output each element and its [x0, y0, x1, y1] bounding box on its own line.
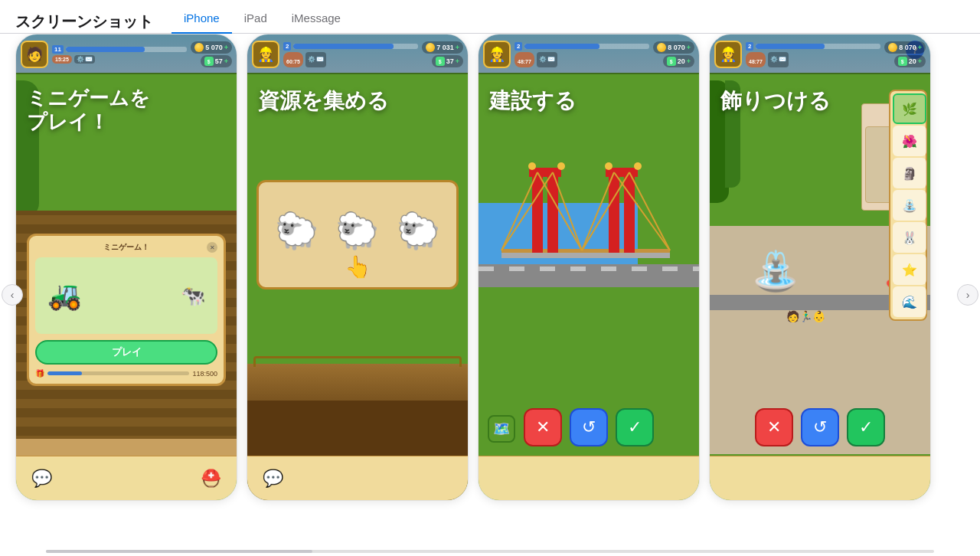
cash-1: 57: [215, 57, 223, 65]
people-icons: 🧑🏃‍♂️👶: [786, 310, 825, 322]
scene-2: 💬 👷 2 60:75 ⚙️✉️: [247, 34, 468, 500]
left-chevron-icon: ‹: [11, 289, 15, 301]
cancel-button-3[interactable]: ✕: [524, 408, 562, 446]
decor-item-4[interactable]: ⛲: [893, 190, 926, 221]
cow-icon: 🐄: [181, 284, 205, 308]
svg-rect-2: [547, 172, 558, 257]
decor-item-2[interactable]: 🌺: [893, 126, 926, 156]
scene-4: ? 👷 2 48:77 ⚙️✉️: [710, 34, 930, 500]
refresh-button-3[interactable]: ↺: [570, 408, 608, 446]
screenshot-2: 💬 👷 2 60:75 ⚙️✉️: [247, 34, 469, 501]
decor-panel: 🌿 🌺 🗿 ⛲ 🐰 ⭐ 🌊: [889, 90, 927, 321]
avatar-2: 👷: [252, 41, 279, 68]
tab-iphone[interactable]: iPhone: [172, 11, 232, 34]
svg-line-18: [629, 172, 670, 250]
svg-line-13: [501, 172, 553, 250]
cancel-button-4[interactable]: ✕: [755, 408, 793, 446]
svg-rect-1: [532, 172, 543, 257]
decor-item-6[interactable]: ⭐: [893, 254, 926, 285]
screenshots-header: スクリーンショット iPhone iPad iMessage: [0, 0, 980, 33]
coins-1: 5 070: [205, 44, 223, 51]
decor-item-7[interactable]: 🌊: [893, 286, 926, 317]
level-1: 11: [52, 45, 64, 54]
svg-rect-3: [609, 172, 619, 257]
scrollbar-thumb[interactable]: [46, 550, 312, 553]
sheep-icon-2: 🐑: [335, 213, 379, 248]
avatar-1: 🧑: [21, 41, 48, 68]
platform-tabs: iPhone iPad iMessage: [172, 11, 353, 33]
scroll-right-arrow[interactable]: ›: [957, 284, 978, 306]
svg-line-12: [537, 172, 582, 250]
screenshots-wrapper: ‹ › 💬: [0, 34, 980, 556]
svg-point-8: [557, 162, 565, 170]
screenshot-3: 👷 2 48:77 ⚙️✉️: [478, 34, 700, 501]
sheep-icon-3: 🐑: [397, 213, 440, 248]
title-1: ミニゲームをプレイ！: [27, 87, 150, 134]
scrollbar-track: [46, 550, 934, 553]
title-2: 資源を集める: [258, 87, 389, 116]
svg-point-10: [634, 162, 642, 170]
tab-ipad[interactable]: iPad: [232, 11, 279, 34]
level-3: 2: [514, 42, 522, 51]
avatar-4: 👷: [714, 41, 742, 68]
svg-point-9: [605, 162, 612, 170]
hand-pointer-icon: 👆: [266, 254, 449, 280]
confirm-button-3[interactable]: ✓: [616, 408, 654, 446]
sheep-icon-1: 🐑: [275, 213, 318, 248]
screenshot-1: 💬 ⛑️ 🧑 11 15:25 ⚙️✉️: [15, 34, 237, 501]
map-icon[interactable]: 🗺️: [488, 415, 515, 443]
decor-item-3[interactable]: 🗿: [893, 158, 926, 188]
level-2: 2: [283, 42, 291, 51]
decor-item-5[interactable]: 🐰: [893, 222, 926, 253]
progress-label: 118:500: [192, 370, 217, 378]
scroll-left-arrow[interactable]: ‹: [2, 284, 23, 306]
scene-3: 👷 2 48:77 ⚙️✉️: [479, 34, 699, 500]
svg-rect-19: [501, 253, 670, 258]
title-3: 建設する: [489, 87, 577, 116]
svg-point-7: [528, 162, 536, 170]
chat-icon-1[interactable]: 💬: [31, 469, 52, 489]
level-4: 2: [746, 42, 753, 51]
decor-item-1[interactable]: 🌿: [893, 93, 926, 124]
refresh-button-4[interactable]: ↺: [801, 408, 839, 446]
avatar-3: 👷: [483, 41, 511, 68]
svg-line-11: [501, 172, 537, 250]
section-title: スクリーンショット: [15, 11, 153, 32]
close-minigame-icon[interactable]: ✕: [207, 242, 217, 253]
svg-line-17: [582, 172, 629, 250]
screenshot-4: ? 👷 2 48:77 ⚙️✉️: [709, 34, 931, 501]
tractor-icon: 🚜: [47, 280, 82, 312]
chat-icon-2[interactable]: 💬: [263, 469, 283, 489]
scene-1: 💬 ⛑️ 🧑 11 15:25 ⚙️✉️: [16, 34, 237, 500]
right-chevron-icon: ›: [966, 289, 970, 301]
fountain-icon: ⛲: [752, 249, 799, 293]
svg-rect-4: [624, 172, 635, 257]
helmet-icon-1[interactable]: ⛑️: [201, 469, 221, 489]
minigame-label: ミニゲーム！: [35, 242, 217, 253]
screenshots-list: 💬 ⛑️ 🧑 11 15:25 ⚙️✉️: [0, 34, 980, 556]
bridge-svg: [494, 134, 678, 303]
confirm-button-4[interactable]: ✓: [847, 408, 885, 446]
title-4: 飾りつける: [720, 87, 831, 116]
tab-imessage[interactable]: iMessage: [279, 11, 353, 34]
play-button[interactable]: プレイ: [35, 340, 217, 365]
xp-1: 15:25: [55, 57, 69, 62]
